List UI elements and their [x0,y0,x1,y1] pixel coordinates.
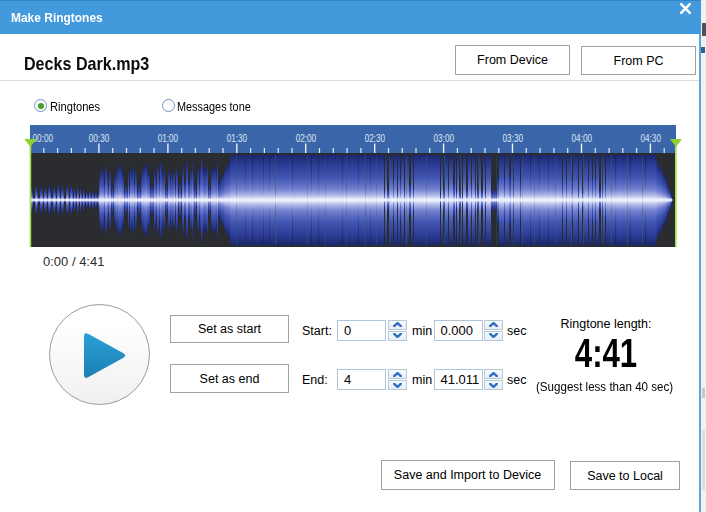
svg-text:04:30: 04:30 [640,132,661,144]
svg-text:01:30: 01:30 [227,132,248,144]
svg-text:02:30: 02:30 [365,132,386,144]
svg-text:01:00: 01:00 [158,132,179,144]
svg-text:00:00: 00:00 [33,132,54,144]
svg-text:03:00: 03:00 [434,132,455,144]
svg-text:02:00: 02:00 [296,132,317,144]
svg-text:00:30: 00:30 [89,132,110,144]
svg-text:03:30: 03:30 [503,132,524,144]
svg-text:04:00: 04:00 [572,132,593,144]
